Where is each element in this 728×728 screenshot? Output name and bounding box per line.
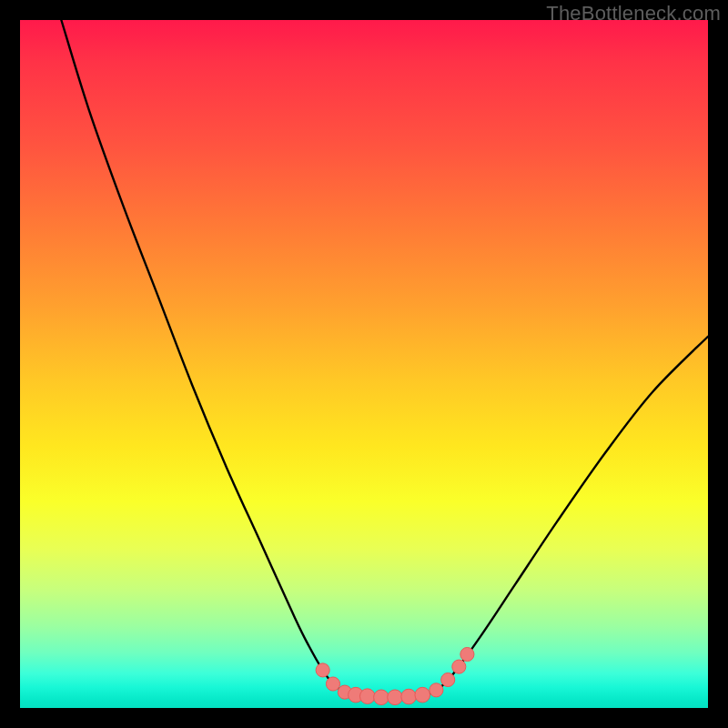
- chart-svg: [20, 20, 708, 708]
- data-marker: [415, 687, 430, 703]
- curve-group: [61, 20, 708, 698]
- data-marker: [326, 677, 339, 691]
- data-marker: [401, 689, 417, 704]
- data-marker: [316, 663, 329, 677]
- data-marker: [452, 660, 466, 673]
- data-marker: [388, 690, 403, 705]
- data-marker: [441, 672, 455, 686]
- bottleneck-curve: [61, 20, 708, 698]
- data-marker: [359, 689, 375, 704]
- outer-frame: TheBottleneck.com: [0, 0, 728, 728]
- data-marker: [430, 683, 443, 697]
- marker-group: [316, 647, 474, 704]
- data-marker: [460, 647, 474, 661]
- data-marker: [374, 690, 389, 705]
